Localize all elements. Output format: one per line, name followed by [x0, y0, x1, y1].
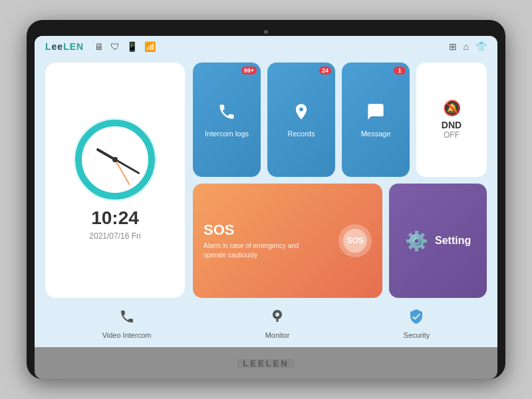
intercom-logs-icon — [217, 102, 236, 126]
device-frame: LeeLEN 🖥 🛡 📱 📶 ⊞ ⌂ 👕 — [27, 20, 505, 379]
clock-panel: 10:24 2021/07/16 Fri — [45, 63, 185, 298]
bottom-nav: Video Intercom Monitor Security — [35, 303, 497, 347]
message-tile[interactable]: 1 Message — [342, 63, 410, 177]
date-display: 2021/07/16 Fri — [89, 231, 140, 241]
camera-dot — [264, 30, 268, 34]
nav-video-intercom-label: Video Intercom — [102, 331, 152, 339]
phone-nav-icon — [119, 309, 135, 329]
nav-security[interactable]: Security — [404, 309, 430, 339]
top-icons-right: ⊞ ⌂ 👕 — [449, 41, 487, 52]
shirt-icon[interactable]: 👕 — [475, 41, 487, 52]
monitor-icon: 🖥 — [94, 41, 104, 52]
logo: LeeLEN — [45, 41, 84, 52]
dnd-icon: 🔕 — [443, 100, 461, 117]
intercom-logs-badge: 99+ — [241, 66, 257, 74]
records-badge: 24 — [319, 66, 331, 74]
main-content: 10:24 2021/07/16 Fri 99+ — [35, 57, 497, 303]
grid-icon[interactable]: ⊞ — [449, 41, 457, 52]
grid-panel: 99+ Intercom logs 24 — [193, 63, 487, 298]
sos-tile[interactable]: SOS Alarm in case of emergency and opera… — [193, 184, 382, 298]
setting-label: Setting — [435, 235, 471, 247]
intercom-logs-tile[interactable]: 99+ Intercom logs — [193, 63, 261, 177]
nav-monitor-label: Monitor — [265, 331, 290, 339]
message-label: Message — [361, 130, 391, 138]
screen: LeeLEN 🖥 🛡 📱 📶 ⊞ ⌂ 👕 — [35, 36, 497, 347]
wifi-icon: 📶 — [144, 41, 156, 52]
sos-button-circle[interactable]: SOS — [338, 224, 372, 257]
dnd-title: DND — [442, 120, 462, 130]
device-bottom: LEELEN — [35, 347, 497, 379]
setting-icon: ⚙️ — [405, 230, 428, 252]
message-badge: 1 — [394, 66, 406, 74]
clock-center — [112, 157, 118, 162]
home-icon[interactable]: ⌂ — [464, 41, 469, 52]
device-brand-label: LEELEN — [237, 358, 294, 368]
sos-button-label: SOS — [343, 229, 367, 253]
shield-nav-icon — [408, 309, 424, 329]
nav-monitor[interactable]: Monitor — [265, 309, 290, 339]
message-icon — [366, 102, 385, 126]
top-bar: LeeLEN 🖥 🛡 📱 📶 ⊞ ⌂ 👕 — [35, 36, 497, 57]
records-tile[interactable]: 24 Records — [267, 63, 335, 177]
records-label: Records — [288, 130, 315, 138]
nav-security-label: Security — [404, 331, 430, 339]
camera-nav-icon — [269, 309, 285, 329]
top-icons-left: 🖥 🛡 📱 📶 — [94, 41, 156, 52]
dnd-tile[interactable]: 🔕 DND OFF — [416, 63, 487, 177]
time-display: 10:24 — [91, 207, 139, 229]
sos-desc: Alarm in case of emergency and operate c… — [203, 241, 303, 260]
records-icon — [292, 102, 311, 126]
tiles-row-1: 99+ Intercom logs 24 — [193, 63, 487, 177]
tiles-row-2: SOS Alarm in case of emergency and opera… — [193, 184, 487, 298]
intercom-logs-label: Intercom logs — [205, 130, 249, 138]
shield-icon: 🛡 — [110, 41, 120, 52]
clock-face — [75, 120, 155, 200]
nav-video-intercom[interactable]: Video Intercom — [102, 309, 152, 339]
dnd-status: OFF — [444, 130, 460, 140]
phone-icon: 📱 — [126, 41, 138, 52]
setting-tile[interactable]: ⚙️ Setting — [389, 184, 487, 298]
